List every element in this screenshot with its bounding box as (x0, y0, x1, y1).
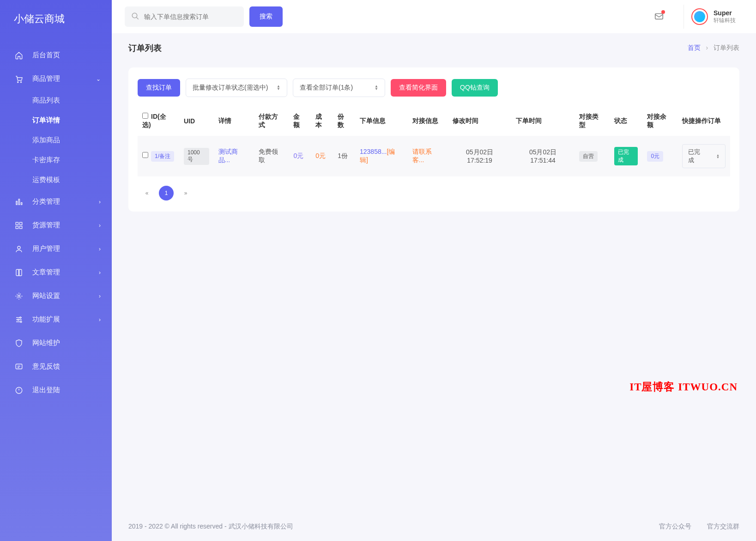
chevron-right-icon (99, 222, 101, 229)
page-prev[interactable]: « (139, 186, 154, 201)
dock-info[interactable]: 请联系客... (412, 148, 432, 164)
page-next[interactable]: » (178, 186, 193, 201)
chevron-right-icon (99, 293, 101, 299)
simplify-button[interactable]: 查看简化界面 (391, 79, 446, 97)
nav-goods-label: 商品管理 (32, 74, 60, 83)
nav-home-label: 后台首页 (32, 51, 60, 60)
orderinfo-link[interactable]: 123858... (360, 148, 387, 155)
svg-point-16 (132, 13, 137, 18)
nav-feedback[interactable]: 意见反馈 (0, 355, 112, 378)
gear-icon (15, 292, 24, 300)
svg-rect-4 (21, 202, 22, 205)
pagination: « 1 » (138, 186, 730, 201)
col-orderinfo: 下单信息 (355, 106, 408, 136)
svg-point-11 (20, 317, 21, 318)
subnav-goods-list[interactable]: 商品列表 (0, 91, 112, 110)
page-header: 订单列表 首页 › 订单列表 (112, 33, 756, 58)
user-name: Super (714, 9, 736, 17)
chevron-down-icon (96, 76, 101, 82)
user-menu[interactable]: Super 轩辕科技 (683, 5, 743, 29)
sliders-icon (15, 316, 24, 324)
subnav-add-goods[interactable]: 添加商品 (0, 130, 112, 150)
qty: 1份 (333, 136, 355, 176)
search-input[interactable] (144, 13, 237, 20)
svg-rect-3 (18, 199, 19, 205)
status-badge: 已完成 (614, 147, 638, 165)
user-sub: 轩辕科技 (714, 17, 736, 24)
main: 搜索 Super 轩辕科技 订单列表 首页 › 订单列表 (112, 0, 756, 541)
batch-status-select[interactable]: 批量修改订单状态(需选中) ▲▼ (186, 79, 287, 97)
col-dockinfo: 对接信息 (408, 106, 448, 136)
find-order-button[interactable]: 查找订单 (138, 79, 180, 97)
user-icon (15, 245, 24, 253)
create-time: 05月02日 17:51:44 (511, 136, 575, 176)
search-button[interactable]: 搜索 (249, 6, 283, 27)
amount: 0元 (289, 136, 311, 176)
svg-rect-14 (16, 364, 22, 369)
detail-link[interactable]: 测试商品... (218, 148, 238, 164)
col-modtime: 修改时间 (448, 106, 511, 136)
nav-maint-label: 网站维护 (32, 339, 60, 347)
svg-rect-2 (16, 201, 17, 205)
col-pay: 付款方式 (254, 106, 289, 136)
quick-op-select[interactable]: 已完成▲▼ (682, 144, 726, 168)
book-icon (15, 268, 24, 277)
nav-article[interactable]: 文章管理 (0, 261, 112, 284)
subnav-order-detail[interactable]: 订单详情 (0, 110, 112, 130)
subnav-ship-tpl[interactable]: 运费模板 (0, 170, 112, 190)
nav-category[interactable]: 分类管理 (0, 190, 112, 213)
nav-article-label: 文章管理 (32, 268, 60, 277)
cart-icon (15, 75, 24, 83)
dock-type-badge: 自营 (579, 151, 598, 162)
col-qty: 份数 (333, 106, 355, 136)
svg-point-13 (20, 321, 22, 322)
nav-feedback-label: 意见反馈 (32, 362, 60, 371)
nav-category-label: 分类管理 (32, 197, 60, 206)
nav-logout[interactable]: 退出登陆 (0, 378, 112, 402)
svg-rect-7 (16, 226, 18, 228)
caret-icon: ▲▼ (375, 85, 378, 91)
nav-goods[interactable]: 商品管理 (0, 67, 112, 91)
search-icon (131, 12, 139, 22)
footer: 2019 - 2022 © All rights reserved - 武汉小储… (112, 512, 756, 541)
chevron-right-icon (99, 269, 101, 276)
col-status: 状态 (610, 106, 643, 136)
nav-user-label: 用户管理 (32, 244, 60, 253)
page-1[interactable]: 1 (159, 186, 174, 201)
notification-dot (661, 10, 665, 14)
copyright: 2019 - 2022 © All rights reserved - 武汉小储… (128, 523, 293, 531)
nav-home[interactable]: 后台首页 (0, 43, 112, 67)
nav-source[interactable]: 货源管理 (0, 213, 112, 237)
footer-wechat[interactable]: 官方公众号 (659, 523, 691, 530)
bar-chart-icon (15, 198, 24, 206)
qq-query-button[interactable]: QQ钻查询 (452, 79, 498, 97)
svg-point-12 (18, 319, 19, 320)
id-badge[interactable]: 1/备注 (151, 151, 174, 162)
svg-point-1 (20, 81, 21, 82)
topbar: 搜索 Super 轩辕科技 (112, 0, 756, 33)
select-all-checkbox[interactable] (142, 113, 148, 119)
mod-time: 05月02日 17:52:19 (448, 136, 511, 176)
col-op: 快捷操作订单 (677, 106, 730, 136)
message-icon (15, 363, 24, 371)
nav-maint[interactable]: 网站维护 (0, 331, 112, 355)
order-card: 查找订单 批量修改订单状态(需选中) ▲▼ 查看全部订单(1条) ▲▼ 查看简化… (128, 67, 739, 212)
crumb-home[interactable]: 首页 (688, 44, 701, 51)
nav-site[interactable]: 网站设置 (0, 284, 112, 308)
subnav-card-stock[interactable]: 卡密库存 (0, 150, 112, 170)
nav-ext[interactable]: 功能扩展 (0, 308, 112, 331)
svg-rect-5 (16, 222, 18, 225)
crumb-current: 订单列表 (714, 44, 739, 51)
filter-select[interactable]: 查看全部订单(1条) ▲▼ (293, 79, 385, 97)
toolbar: 查找订单 批量修改订单状态(需选中) ▲▼ 查看全部订单(1条) ▲▼ 查看简化… (138, 79, 730, 97)
row-checkbox[interactable] (142, 152, 148, 158)
svg-rect-17 (655, 13, 663, 19)
breadcrumb: 首页 › 订单列表 (688, 44, 739, 52)
nav-user[interactable]: 用户管理 (0, 237, 112, 261)
uid-badge: 1000号 (184, 148, 209, 165)
nav-source-label: 货源管理 (32, 221, 60, 230)
footer-group[interactable]: 官方交流群 (707, 523, 739, 530)
table-row: 1/备注 1000号 测试商品... 免费领取 0元 0元 1份 123858.… (138, 136, 730, 176)
mail-icon[interactable] (654, 11, 664, 23)
col-docktype: 对接类型 (575, 106, 610, 136)
